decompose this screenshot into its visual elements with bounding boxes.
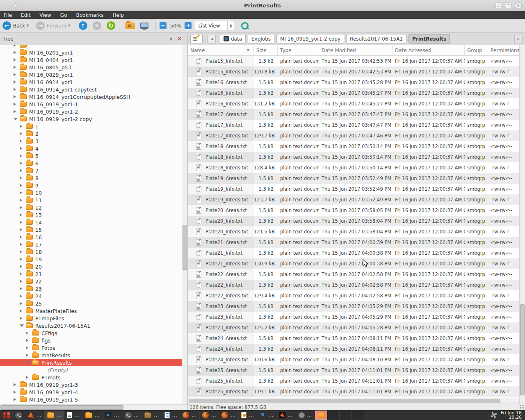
- column-header-permissions[interactable]: Permissions: [488, 45, 519, 55]
- file-row-plate15-info-txt[interactable]: Plate15_Info.txt1.3 kBplain text documen…: [188, 56, 519, 66]
- menu-view[interactable]: View: [35, 12, 55, 18]
- expand-arrow-icon[interactable]: [20, 125, 25, 128]
- expand-arrow-icon[interactable]: [14, 383, 19, 386]
- file-row-plate17-info-txt[interactable]: Plate17_Info.txt1.3 kBplain text documen…: [188, 120, 519, 130]
- tree-item-3[interactable]: 3: [0, 137, 182, 145]
- tree-hscroll-thumb[interactable]: [0, 405, 123, 410]
- tree-vscroll-thumb[interactable]: [183, 225, 187, 270]
- collapse-arrow-icon[interactable]: [14, 118, 19, 120]
- tree-item-ptmapfiles[interactable]: PTmapFiles: [0, 315, 182, 322]
- path-scroll-right-icon[interactable]: ▶: [514, 34, 523, 44]
- file-row-plate23-info-txt[interactable]: Plate23_Info.txt1.3 kBplain text documen…: [188, 312, 519, 322]
- taskbar-button[interactable]: ...: [219, 411, 239, 420]
- expand-arrow-icon[interactable]: [26, 331, 31, 335]
- expand-arrow-icon[interactable]: [14, 390, 19, 394]
- file-row-plate25-areas-txt[interactable]: Plate25_Areas.txt1.5 kBplain text docume…: [188, 365, 519, 376]
- file-row-plate25-intens-txt[interactable]: Plate25_Intens.txt119.1 kBplain text doc…: [188, 386, 519, 397]
- expand-arrow-icon[interactable]: [14, 51, 19, 54]
- view-mode-select[interactable]: List View ▲▼: [195, 21, 234, 30]
- home-icon[interactable]: [126, 23, 135, 29]
- tree-item-11[interactable]: 11: [0, 196, 182, 204]
- menu-edit[interactable]: Edit: [16, 12, 35, 18]
- file-row-plate22-intens-txt[interactable]: Plate22_Intens.txt129.4 kBplain text doc…: [188, 290, 519, 301]
- file-row-plate19-info-txt[interactable]: Plate19_Info.txt1.3 kBplain text documen…: [188, 184, 519, 194]
- expand-arrow-icon[interactable]: [20, 272, 25, 276]
- expand-arrow-icon[interactable]: [14, 66, 19, 69]
- expand-arrow-icon[interactable]: [20, 176, 25, 180]
- taskbar-button-active[interactable]: [315, 411, 327, 420]
- path-button-data[interactable]: data: [220, 34, 246, 43]
- tree-item-mi-16-0404-yor1[interactable]: MI 16_0404_yor1: [0, 56, 182, 64]
- file-row-plate17-intens-txt[interactable]: Plate17_Intens.txt129.7 kBplain text doc…: [188, 130, 519, 141]
- expand-arrow-icon[interactable]: [20, 191, 25, 194]
- tree-item-6[interactable]: 6: [0, 160, 182, 167]
- column-header-group[interactable]: Group: [465, 45, 488, 55]
- path-button-printresults[interactable]: PrintResults: [409, 34, 450, 43]
- list-horizontal-scrollbar[interactable]: [188, 398, 519, 404]
- back-icon[interactable]: ←: [2, 21, 11, 30]
- tree-item-masterplatefiles[interactable]: MasterPlateFiles: [0, 307, 182, 315]
- expand-arrow-icon[interactable]: [20, 199, 25, 202]
- tree-item-1[interactable]: 1: [0, 123, 182, 130]
- expand-arrow-icon[interactable]: [26, 346, 31, 349]
- expand-arrow-icon[interactable]: [20, 154, 25, 158]
- file-row-plate20-intens-txt[interactable]: Plate20_Intens.txt121.5 kBplain text doc…: [188, 226, 519, 237]
- tree-item-19[interactable]: 19: [0, 256, 182, 263]
- tree-item-matresults[interactable]: matResults: [0, 352, 182, 359]
- tree-item-fotos[interactable]: Fotos: [0, 344, 182, 352]
- tree-item-mi-16-0829-yor1[interactable]: MI 16_0829_yor1: [0, 71, 182, 78]
- file-row-plate24-areas-txt[interactable]: Plate24_Areas.txt1.5 kBplain text docume…: [188, 333, 519, 344]
- column-header-size[interactable]: Size: [254, 45, 278, 55]
- tree-item-5[interactable]: 5: [0, 152, 182, 160]
- expand-arrow-icon[interactable]: [26, 354, 31, 357]
- tree-item-13[interactable]: 13: [0, 211, 182, 219]
- taskbar-button[interactable]: ...: [103, 411, 122, 420]
- expand-arrow-icon[interactable]: [20, 317, 25, 320]
- tree-item-mi-16-0919-yor1-1[interactable]: MI 16_0919_yor1-1: [0, 100, 182, 108]
- column-header-name[interactable]: Name▼: [188, 45, 254, 55]
- file-row-plate24-intens-txt[interactable]: Plate24_Intens.txt120.6 kBplain text doc…: [188, 354, 519, 365]
- column-header-date-modified[interactable]: Date Modified: [319, 45, 393, 55]
- list-vertical-scrollbar[interactable]: [519, 45, 525, 404]
- expand-arrow-icon[interactable]: [14, 45, 19, 47]
- tree-item-18[interactable]: 18: [0, 248, 182, 256]
- tree-item-mi-16-0201-yor1[interactable]: MI 16_0201_yor1: [0, 49, 182, 56]
- file-row-plate18-info-txt[interactable]: Plate18_Info.txt1.3 kBplain text documen…: [188, 152, 519, 162]
- tree-item-cffigs[interactable]: CFfigs: [0, 329, 182, 337]
- back-button[interactable]: Back: [13, 23, 25, 29]
- expand-arrow-icon[interactable]: [20, 265, 25, 268]
- resize-grip[interactable]: [520, 405, 525, 410]
- expand-arrow-icon[interactable]: [20, 250, 25, 253]
- expand-arrow-icon[interactable]: [20, 206, 25, 209]
- expand-arrow-icon[interactable]: [20, 235, 25, 239]
- expand-arrow-icon[interactable]: [20, 258, 25, 261]
- file-row-plate22-areas-txt[interactable]: Plate22_Areas.txt1.5 kBplain text docume…: [188, 269, 519, 280]
- file-row-plate23-intens-txt[interactable]: Plate23_Intens.txt125.2 kBplain text doc…: [188, 322, 519, 333]
- pager-cell[interactable]: [352, 411, 364, 420]
- file-row-plate22-info-txt[interactable]: Plate22_Info.txt1.3 kBplain text documen…: [188, 280, 519, 290]
- refresh-icon[interactable]: ↻: [107, 21, 115, 30]
- tree-item-printresults[interactable]: PrintResults: [0, 359, 182, 366]
- expand-arrow-icon[interactable]: [20, 162, 25, 165]
- taskbar-button[interactable]: [13, 411, 25, 420]
- tree-item-21[interactable]: 21: [0, 270, 182, 278]
- sidebar-mode-dropdown-icon[interactable]: ▼: [164, 37, 177, 41]
- tree-item-22[interactable]: 22: [0, 278, 182, 285]
- path-scroll-left-icon[interactable]: ◄: [208, 34, 216, 44]
- expand-arrow-icon[interactable]: [20, 184, 25, 187]
- menu-go[interactable]: Go: [56, 12, 72, 18]
- path-button-mi-16-0919-yor1-2-copy[interactable]: MI 16_0919_yor1-2 copy: [276, 34, 344, 43]
- expand-arrow-icon[interactable]: [20, 132, 25, 135]
- expand-arrow-icon[interactable]: [20, 280, 25, 283]
- forward-button[interactable]: Forward: [47, 23, 66, 29]
- file-row-plate21-info-txt[interactable]: Plate21_Info.txt1.3 kBplain text documen…: [188, 248, 519, 258]
- zoom-in-icon[interactable]: +: [185, 22, 192, 29]
- file-row-plate16-areas-txt[interactable]: Plate16_Areas.txt1.5 kBplain text docume…: [188, 77, 519, 88]
- expand-arrow-icon[interactable]: [14, 398, 19, 401]
- tree-vertical-scrollbar[interactable]: [182, 45, 187, 404]
- tree-item-mi-16-0919-yor1-2-copy[interactable]: MI 16_0919_yor1-2 copy: [0, 115, 182, 123]
- tree-item-4[interactable]: 4: [0, 145, 182, 152]
- tree-item-9[interactable]: 9: [0, 182, 182, 189]
- tree-item-mi-16-0919-yor1-4[interactable]: MI 16_0919_yor1-4: [0, 388, 182, 396]
- file-row-plate23-areas-txt[interactable]: Plate23_Areas.txt1.5 kBplain text docume…: [188, 301, 519, 312]
